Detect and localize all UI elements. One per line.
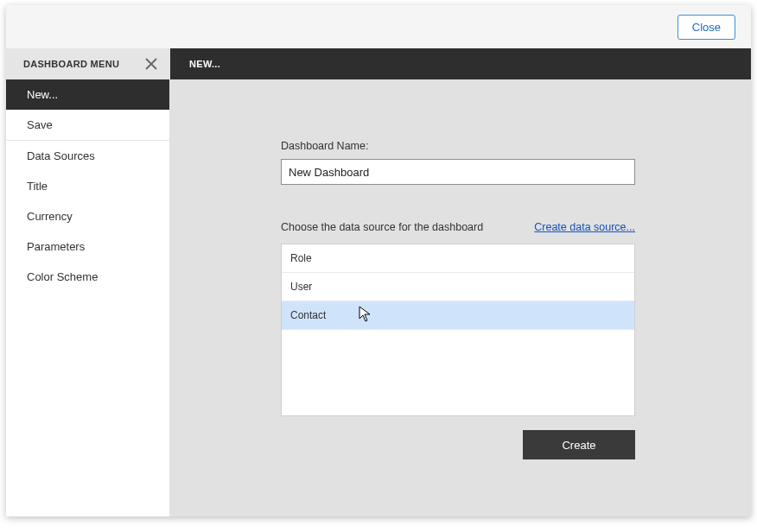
- data-source-list: Role User Contact: [281, 244, 635, 416]
- data-source-item-label: Role: [290, 252, 312, 264]
- create-button[interactable]: Create: [523, 430, 635, 459]
- main-area: NEW... Dashboard Name: Choose the data s…: [170, 48, 751, 516]
- sidebar-item-label: Data Sources: [27, 149, 95, 162]
- sidebar-item-new[interactable]: New...: [6, 79, 169, 110]
- app-window: Close DASHBOARD MENU New... Save Data So…: [6, 5, 751, 516]
- main-header: NEW...: [170, 48, 751, 79]
- dashboard-name-label: Dashboard Name:: [281, 140, 751, 152]
- sidebar-item-currency[interactable]: Currency: [6, 201, 169, 231]
- close-icon[interactable]: [143, 56, 159, 72]
- data-source-item-contact[interactable]: Contact: [282, 301, 634, 330]
- sidebar-title: DASHBOARD MENU: [23, 59, 119, 69]
- sidebar-item-label: Parameters: [27, 240, 85, 253]
- sidebar-item-label: Title: [27, 180, 48, 193]
- top-bar: Close: [6, 5, 751, 48]
- dashboard-name-input[interactable]: [281, 159, 635, 185]
- sidebar-item-label: Currency: [27, 210, 73, 223]
- sidebar-item-color-scheme[interactable]: Color Scheme: [6, 262, 169, 292]
- sidebar-item-label: Color Scheme: [27, 270, 98, 283]
- new-dashboard-form: Dashboard Name: Choose the data source f…: [170, 79, 751, 459]
- data-source-prompt: Choose the data source for the dashboard: [281, 221, 483, 233]
- sidebar-item-data-sources[interactable]: Data Sources: [6, 141, 169, 171]
- close-button[interactable]: Close: [677, 15, 735, 40]
- sidebar-item-label: Save: [27, 118, 53, 131]
- create-data-source-link[interactable]: Create data source...: [534, 221, 635, 233]
- data-source-item-label: Contact: [290, 309, 326, 321]
- sidebar-item-label: New...: [27, 88, 58, 101]
- data-source-item-label: User: [290, 281, 312, 293]
- sidebar-item-title[interactable]: Title: [6, 171, 169, 201]
- content-row: DASHBOARD MENU New... Save Data Sources …: [6, 48, 751, 516]
- sidebar-item-save[interactable]: Save: [6, 110, 169, 141]
- sidebar-header: DASHBOARD MENU: [6, 48, 169, 79]
- data-source-item-role[interactable]: Role: [282, 244, 634, 273]
- sidebar-item-parameters[interactable]: Parameters: [6, 231, 169, 262]
- main-header-title: NEW...: [189, 59, 220, 69]
- sidebar: DASHBOARD MENU New... Save Data Sources …: [6, 48, 170, 516]
- data-source-item-user[interactable]: User: [282, 273, 634, 301]
